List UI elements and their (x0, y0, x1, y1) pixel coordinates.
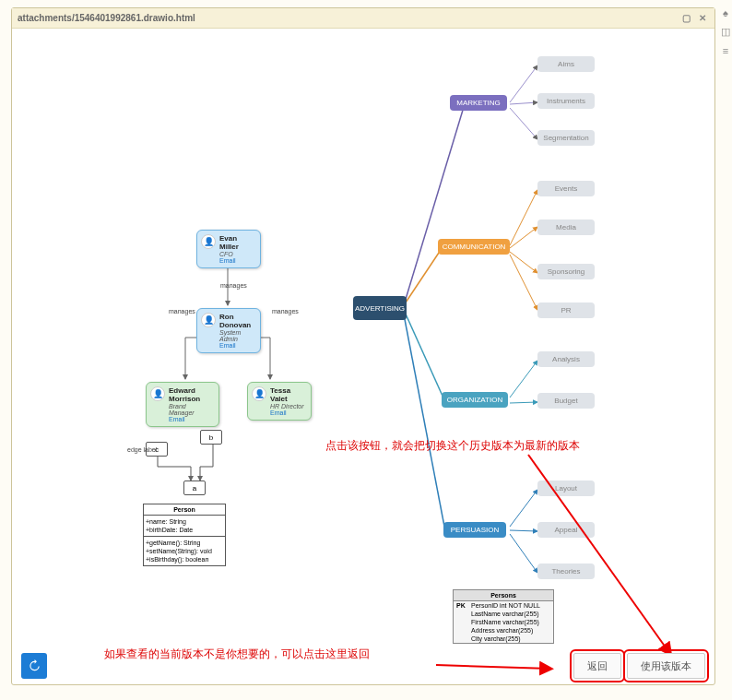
org-node-ceo[interactable]: 👤 Evan Miller CFO Email (196, 230, 261, 268)
window-title: attachments/1546401992861.drawio.html (18, 13, 195, 23)
org-email: Email (270, 409, 305, 416)
mindmap-root[interactable]: ADVERTISING (353, 296, 407, 320)
org-role: CFO (219, 251, 254, 257)
node-b[interactable]: b (200, 430, 222, 445)
mindmap-leaf[interactable]: Analysis (537, 351, 595, 367)
org-role: HR Director (270, 403, 305, 409)
db-row: City varchar(255) (454, 635, 553, 643)
mindmap-leaf[interactable]: Events (537, 181, 595, 196)
sidebar-icons: ♠ ◫ ≡ (719, 7, 732, 56)
mindmap-leaf[interactable]: Budget (537, 393, 595, 409)
mindmap-leaf[interactable]: Media (537, 219, 595, 235)
cube-icon: ◫ (721, 26, 730, 38)
avatar-icon: 👤 (150, 386, 165, 401)
mindmap-leaf[interactable]: Sponsoring (537, 264, 595, 279)
svg-line-1 (404, 107, 464, 305)
mindmap-leaf[interactable]: Layout (537, 481, 595, 496)
attachment-window: attachments/1546401992861.drawio.html ▢ … (11, 7, 715, 685)
svg-line-10 (510, 252, 537, 273)
manages-label: manages (169, 308, 195, 314)
svg-line-8 (510, 190, 537, 245)
mindmap-communication[interactable]: COMMUNICATION (438, 239, 510, 255)
org-email: Email (169, 416, 213, 422)
svg-line-4 (404, 314, 445, 531)
svg-line-13 (510, 402, 537, 403)
svg-line-5 (510, 65, 537, 102)
mindmap-leaf[interactable]: Segmentation (537, 130, 595, 146)
org-node-admin[interactable]: 👤 Ron Donovan System Admin Email (196, 308, 261, 353)
lines-icon: ≡ (723, 45, 728, 56)
avatar-icon: 👤 (201, 313, 216, 327)
uml-op: +getName(): String (146, 539, 223, 547)
svg-line-16 (510, 534, 537, 573)
avatar-icon: 👤 (201, 234, 216, 249)
manages-label: manages (220, 282, 247, 289)
svg-line-15 (510, 530, 537, 531)
avatar-icon: 👤 (252, 386, 266, 401)
svg-line-9 (510, 227, 537, 248)
mindmap-persuasion[interactable]: PERSUASION (443, 522, 506, 538)
db-row: FirstName varchar(255) (454, 618, 553, 626)
db-row: LastName varchar(255) (454, 610, 553, 618)
close-icon[interactable]: ✕ (696, 12, 709, 25)
mindmap-leaf[interactable]: Theories (537, 564, 595, 579)
uml-attrs: +name: String +birthDate: Date (144, 516, 225, 537)
db-table-persons[interactable]: Persons PKPersonID int NOT NULL LastName… (453, 589, 554, 644)
org-name: Edward Morrison (169, 386, 213, 403)
mindmap-leaf[interactable]: Appeal (537, 522, 595, 538)
org-role: System Admin (219, 329, 254, 342)
org-email: Email (219, 257, 254, 264)
diagram-canvas: 👤 Evan Miller CFO Email manages manages … (12, 29, 714, 647)
node-a[interactable]: a (183, 481, 206, 495)
org-role: Brand Manager (169, 403, 213, 416)
org-email: Email (219, 342, 254, 349)
history-button[interactable] (21, 653, 47, 679)
footer-bar: 返回 使用该版本 (12, 647, 714, 684)
uml-attr: +birthDate: Date (146, 526, 223, 534)
manages-label: manages (272, 308, 299, 314)
db-row: Address varchar(255) (454, 626, 553, 635)
titlebar: attachments/1546401992861.drawio.html ▢ … (12, 8, 714, 29)
uml-attr: +name: String (146, 517, 223, 526)
drop-icon: ♠ (723, 7, 728, 18)
mindmap-leaf[interactable]: Instruments (537, 93, 595, 109)
db-row: PKPersonID int NOT NULL (454, 601, 553, 610)
mindmap-leaf[interactable]: PR (537, 303, 595, 318)
mindmap-marketing[interactable]: MARKETING (450, 95, 507, 111)
use-version-button[interactable]: 使用该版本 (627, 653, 705, 679)
uml-op: +isBirthday(): boolean (146, 555, 223, 564)
annotation-top: 点击该按钮，就会把切换这个历史版本为最新的版本 (325, 438, 580, 454)
history-icon (28, 659, 41, 672)
svg-line-2 (404, 250, 441, 305)
svg-line-12 (510, 361, 537, 397)
uml-ops: +getName(): String +setName(String): voi… (144, 537, 225, 565)
svg-line-14 (510, 490, 537, 527)
org-name: Tessa Valet (270, 386, 305, 403)
svg-line-6 (510, 102, 537, 104)
org-node-mgr1[interactable]: 👤 Edward Morrison Brand Manager Email (146, 382, 219, 427)
uml-op: +setName(String): void (146, 547, 223, 555)
db-title: Persons (454, 590, 553, 601)
org-name: Ron Donovan (219, 313, 254, 329)
uml-title: Person (144, 504, 225, 516)
back-button[interactable]: 返回 (573, 653, 621, 679)
edge-label: edge label (127, 446, 157, 453)
svg-line-7 (510, 108, 537, 139)
mindmap-leaf[interactable]: Aims (537, 56, 595, 72)
org-name: Evan Miller (219, 234, 254, 251)
svg-line-11 (510, 255, 537, 310)
org-node-mgr2[interactable]: 👤 Tessa Valet HR Director Email (247, 382, 312, 421)
mindmap-organization[interactable]: ORGANIZATION (442, 392, 508, 408)
svg-line-3 (404, 310, 445, 402)
maximize-icon[interactable]: ▢ (679, 12, 692, 25)
uml-class-person[interactable]: Person +name: String +birthDate: Date +g… (143, 504, 226, 566)
